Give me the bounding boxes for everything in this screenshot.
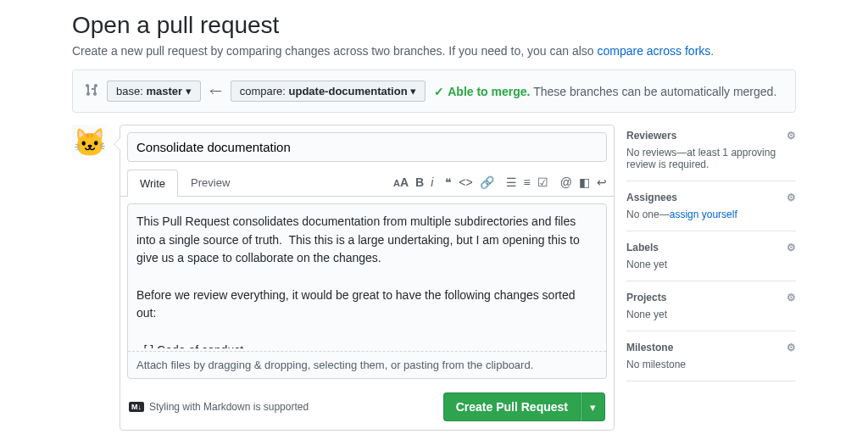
- gear-icon[interactable]: ⚙: [787, 242, 796, 253]
- projects-text: None yet: [626, 309, 796, 320]
- compare-forks-link[interactable]: compare across forks: [597, 44, 710, 58]
- merge-detail-text: These branches can be automatically merg…: [533, 85, 776, 98]
- base-branch-button[interactable]: base: master ▾: [107, 81, 201, 102]
- compare-icon: [85, 83, 98, 99]
- assignees-title: Assignees: [626, 192, 677, 203]
- quote-icon[interactable]: ❝: [445, 175, 452, 189]
- markdown-badge-icon: M↓: [129, 402, 144, 412]
- subtitle-after: .: [710, 44, 714, 58]
- footer-row: M↓ Styling with Markdown is supported Cr…: [120, 386, 614, 430]
- heading-icon[interactable]: AA: [393, 175, 409, 189]
- markdown-hint[interactable]: M↓ Styling with Markdown is supported: [129, 401, 309, 413]
- gear-icon[interactable]: ⚙: [787, 130, 796, 142]
- tab-preview[interactable]: Preview: [178, 169, 242, 196]
- compare-value: update-documentation: [289, 85, 408, 97]
- avatar: 🐱: [72, 125, 108, 431]
- milestone-title: Milestone: [626, 342, 673, 353]
- subtitle-text: Create a new pull request by comparing c…: [72, 44, 597, 58]
- create-pr-button[interactable]: Create Pull Request: [443, 392, 581, 421]
- reply-icon[interactable]: ↩: [597, 175, 607, 189]
- page-subtitle: Create a new pull request by comparing c…: [72, 44, 796, 58]
- reviewers-section: Reviewers⚙ No reviews—at least 1 approvi…: [626, 125, 796, 181]
- italic-icon[interactable]: i: [431, 175, 433, 189]
- tasklist-icon[interactable]: ☑: [537, 175, 548, 189]
- chevron-down-icon: ▾: [186, 85, 192, 97]
- comment-box: Write Preview AA B i ❝ <> 🔗 ☰ ≡: [120, 125, 615, 431]
- page-title: Open a pull request: [72, 12, 796, 39]
- labels-section: Labels⚙ None yet: [626, 231, 796, 281]
- labels-text: None yet: [626, 259, 796, 270]
- tab-write[interactable]: Write: [127, 170, 178, 197]
- merge-status: ✓Able to merge. These branches can be au…: [434, 85, 776, 98]
- markdown-toolbar: AA B i ❝ <> 🔗 ☰ ≡ ☑ @: [393, 175, 607, 189]
- milestone-text: No milestone: [626, 359, 796, 370]
- branch-compare-box: base: master ▾ 🡐 compare: update-documen…: [72, 70, 796, 113]
- mention-icon[interactable]: @: [560, 175, 572, 189]
- assignees-text: No one—assign yourself: [626, 209, 796, 220]
- gear-icon[interactable]: ⚙: [787, 192, 796, 203]
- create-pr-dropdown[interactable]: ▾: [581, 392, 605, 421]
- pr-title-input[interactable]: [127, 132, 607, 162]
- milestone-section: Milestone⚙ No milestone: [626, 331, 796, 381]
- markdown-hint-text: Styling with Markdown is supported: [149, 401, 309, 413]
- chevron-down-icon: ▾: [410, 85, 416, 97]
- compare-branch-button[interactable]: compare: update-documentation ▾: [231, 81, 426, 102]
- arrow-left-icon: 🡐: [209, 84, 222, 98]
- ol-icon[interactable]: ≡: [524, 175, 531, 189]
- avatar-icon: 🐱: [72, 125, 108, 160]
- assign-yourself-link[interactable]: assign yourself: [670, 209, 737, 220]
- pr-body-textarea[interactable]: [128, 204, 606, 348]
- gear-icon[interactable]: ⚙: [787, 292, 796, 303]
- bold-icon[interactable]: B: [415, 175, 424, 189]
- base-value: master: [146, 85, 182, 97]
- labels-title: Labels: [626, 242, 659, 253]
- sidebar: Reviewers⚙ No reviews—at least 1 approvi…: [626, 125, 796, 431]
- link-icon[interactable]: 🔗: [480, 175, 494, 189]
- merge-ok-text: Able to merge.: [448, 85, 530, 98]
- ul-icon[interactable]: ☰: [506, 175, 517, 189]
- compare-label: compare:: [240, 85, 289, 97]
- attach-hint[interactable]: Attach files by dragging & dropping, sel…: [128, 351, 606, 378]
- body-area: Attach files by dragging & dropping, sel…: [127, 203, 607, 379]
- check-icon: ✓: [434, 85, 444, 98]
- base-label: base:: [116, 85, 146, 97]
- reviewers-text: No reviews—at least 1 approving review i…: [626, 147, 796, 170]
- code-icon[interactable]: <>: [459, 175, 472, 189]
- projects-title: Projects: [626, 292, 666, 303]
- tabs-row: Write Preview AA B i ❝ <> 🔗 ☰ ≡: [120, 169, 614, 197]
- assignees-section: Assignees⚙ No one—assign yourself: [626, 181, 796, 231]
- reviewers-title: Reviewers: [626, 130, 676, 142]
- projects-section: Projects⚙ None yet: [626, 281, 796, 331]
- bookmark-icon[interactable]: ◧: [579, 175, 590, 189]
- gear-icon[interactable]: ⚙: [787, 342, 796, 353]
